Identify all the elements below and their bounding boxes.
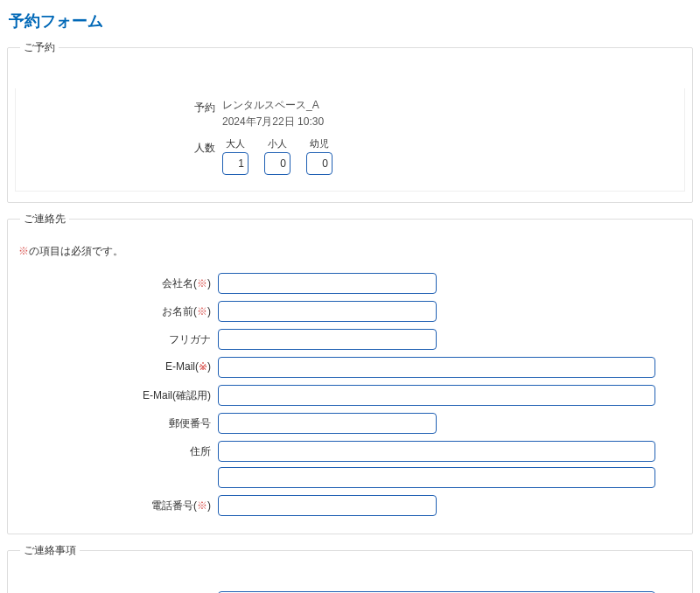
infant-label: 幼児	[310, 137, 329, 150]
page-title: 予約フォーム	[9, 10, 693, 31]
reserve-datetime: 2024年7月22日 10:30	[222, 114, 681, 130]
email-input[interactable]	[218, 357, 655, 378]
reservation-legend: ご予約	[20, 40, 59, 55]
furigana-label: フリガナ	[15, 329, 218, 347]
reservation-fieldset: ご予約 予約 レンタルスペース_A 2024年7月22日 10:30 人数 大人…	[7, 40, 693, 203]
infant-input[interactable]	[306, 152, 332, 175]
adult-label: 大人	[226, 137, 245, 150]
name-input[interactable]	[218, 301, 437, 322]
email-confirm-label: E-Mail(確認用)	[15, 385, 218, 403]
required-note: ※の項目は必須です。	[18, 244, 685, 259]
address2-input[interactable]	[218, 467, 655, 488]
phone-label: 電話番号(※)	[15, 495, 218, 513]
people-label: 人数	[19, 137, 222, 156]
message-fieldset: ご連絡事項 メッセージ	[7, 543, 693, 593]
address-label: 住所	[15, 441, 218, 459]
adult-input[interactable]	[222, 152, 248, 175]
postal-input[interactable]	[218, 413, 437, 434]
postal-label: 郵便番号	[15, 413, 218, 431]
phone-input[interactable]	[218, 495, 437, 516]
contact-fieldset: ご連絡先 ※の項目は必須です。 会社名(※) お名前(※) フリガナ E-Mai…	[7, 212, 693, 534]
reserve-label: 予約	[19, 97, 222, 115]
furigana-input[interactable]	[218, 329, 437, 350]
message-legend: ご連絡事項	[20, 543, 80, 558]
email-label: E-Mail(※)	[15, 357, 218, 373]
address1-input[interactable]	[218, 441, 655, 462]
email-confirm-input[interactable]	[218, 385, 655, 406]
child-label: 小人	[268, 137, 287, 150]
name-label: お名前(※)	[15, 301, 218, 319]
company-input[interactable]	[218, 273, 437, 294]
contact-legend: ご連絡先	[20, 212, 69, 227]
company-label: 会社名(※)	[15, 273, 218, 291]
resource-name: レンタルスペース_A	[222, 97, 681, 114]
child-input[interactable]	[264, 152, 290, 175]
